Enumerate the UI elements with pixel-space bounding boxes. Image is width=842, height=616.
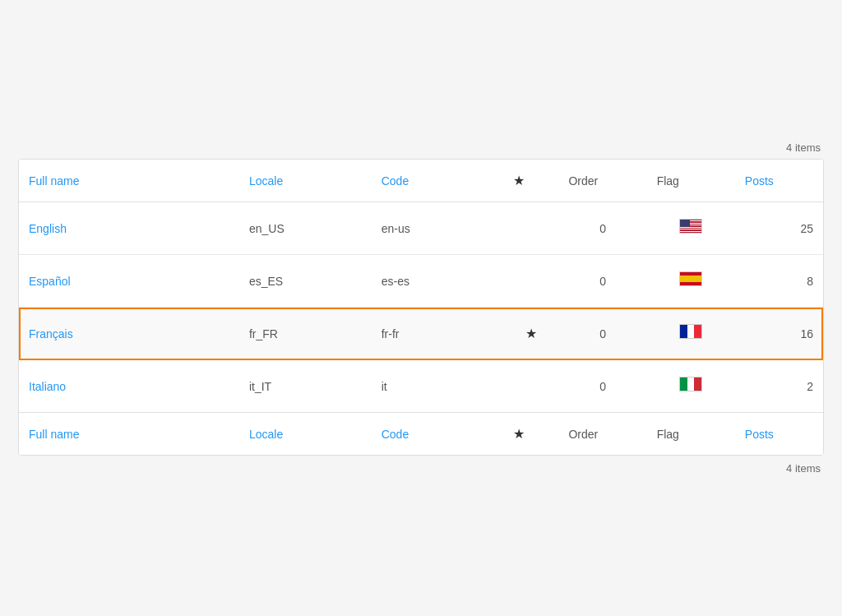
table-container: Full name Locale Code ★ Order Flag Posts… bbox=[18, 159, 824, 456]
cell-code: it bbox=[372, 360, 504, 413]
header-order[interactable]: Order bbox=[558, 160, 646, 202]
cell-posts: 2 bbox=[735, 360, 823, 413]
header-locale[interactable]: Locale bbox=[239, 160, 372, 202]
cell-locale: fr_FR bbox=[239, 308, 372, 360]
cell-posts: 8 bbox=[735, 255, 823, 308]
cell-code: es-es bbox=[372, 255, 504, 308]
cell-full-name[interactable]: English bbox=[19, 202, 239, 255]
cell-flag bbox=[647, 360, 735, 413]
cell-locale: it_IT bbox=[239, 360, 372, 413]
footer-locale[interactable]: Locale bbox=[239, 413, 372, 456]
cell-full-name[interactable]: Italiano bbox=[19, 360, 239, 413]
flag-fr-icon bbox=[679, 324, 702, 339]
footer-flag[interactable]: Flag bbox=[647, 413, 735, 456]
cell-star[interactable] bbox=[503, 360, 558, 413]
cell-locale: es_ES bbox=[239, 255, 372, 308]
table-row[interactable]: Français fr_FR fr-fr ★ 0 16 bbox=[19, 308, 823, 360]
footer-posts[interactable]: Posts bbox=[735, 413, 823, 456]
header-code[interactable]: Code bbox=[372, 160, 504, 202]
table-header-row: Full name Locale Code ★ Order Flag Posts bbox=[19, 160, 823, 202]
page-wrapper: 4 items Full name Locale Code ★ Order Fl… bbox=[18, 141, 824, 475]
footer-star[interactable]: ★ bbox=[503, 413, 558, 456]
footer-order[interactable]: Order bbox=[558, 413, 646, 456]
languages-table: Full name Locale Code ★ Order Flag Posts… bbox=[19, 160, 823, 455]
footer-code[interactable]: Code bbox=[372, 413, 504, 456]
star-icon: ★ bbox=[525, 327, 537, 340]
table-footer-row: Full name Locale Code ★ Order Flag Posts bbox=[19, 413, 823, 456]
table-row[interactable]: Español es_ES es-es 0 8 bbox=[19, 255, 823, 308]
table-row[interactable]: English en_US en-us 0 25 bbox=[19, 202, 823, 255]
cell-order: 0 bbox=[558, 255, 646, 308]
cell-star[interactable] bbox=[503, 255, 558, 308]
cell-full-name[interactable]: Español bbox=[19, 255, 239, 308]
cell-flag bbox=[647, 255, 735, 308]
items-count-bottom: 4 items bbox=[18, 462, 824, 475]
cell-flag bbox=[647, 308, 735, 360]
cell-order: 0 bbox=[558, 308, 646, 360]
header-full-name[interactable]: Full name bbox=[19, 160, 239, 202]
flag-it-icon bbox=[679, 377, 702, 391]
header-flag[interactable]: Flag bbox=[647, 160, 735, 202]
cell-order: 0 bbox=[558, 202, 646, 255]
cell-flag bbox=[647, 202, 735, 255]
cell-star[interactable] bbox=[503, 202, 558, 255]
items-count-top: 4 items bbox=[18, 141, 824, 154]
table-row[interactable]: Italiano it_IT it 0 2 bbox=[19, 360, 823, 413]
cell-full-name[interactable]: Français bbox=[19, 308, 239, 360]
flag-es-icon bbox=[679, 271, 702, 286]
header-star[interactable]: ★ bbox=[503, 160, 558, 202]
flag-us-icon bbox=[679, 219, 702, 234]
cell-star[interactable]: ★ bbox=[503, 308, 558, 360]
cell-posts: 16 bbox=[735, 308, 823, 360]
cell-code: fr-fr bbox=[372, 308, 504, 360]
cell-order: 0 bbox=[558, 360, 646, 413]
cell-posts: 25 bbox=[735, 202, 823, 255]
footer-full-name[interactable]: Full name bbox=[19, 413, 239, 456]
cell-code: en-us bbox=[372, 202, 504, 255]
header-posts[interactable]: Posts bbox=[735, 160, 823, 202]
cell-locale: en_US bbox=[239, 202, 372, 255]
